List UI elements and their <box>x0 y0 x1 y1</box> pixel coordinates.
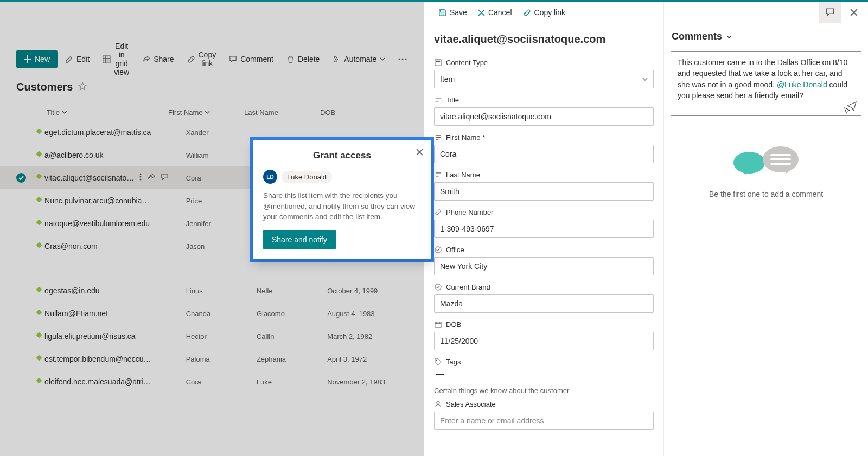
field-brand[interactable]: Mazda <box>434 294 654 313</box>
save-button[interactable]: Save <box>434 6 471 19</box>
comment-button[interactable]: Comment <box>224 50 279 68</box>
panel-close-button[interactable] <box>843 2 865 23</box>
row-lastname: Cailin <box>257 332 327 341</box>
favorite-star-icon[interactable] <box>78 82 87 92</box>
label-lastname: Last Name <box>434 171 654 179</box>
row-title: natoque@vestibulumlorem.edu <box>44 219 150 228</box>
dialog-footer: Share and notify <box>253 230 431 259</box>
column-headers: Title First Name Last Name DOB <box>0 104 424 121</box>
row-dob: April 3, 1972 <box>327 355 408 363</box>
empty-text: Be the first one to add a comment <box>709 190 823 198</box>
comments-heading[interactable]: Comments <box>664 23 868 48</box>
cancel-button[interactable]: Cancel <box>474 6 516 19</box>
row-lastname: Zephania <box>257 355 327 363</box>
col-header-lastname[interactable]: Last Name <box>244 108 320 117</box>
row-firstname: Jennifer <box>186 220 257 228</box>
row-firstname: Jason <box>186 242 257 251</box>
svg-point-2 <box>402 59 404 60</box>
svg-rect-0 <box>103 55 110 62</box>
table-row[interactable]: egestas@in.eduLinusNelleOctober 4, 1999 <box>0 279 424 302</box>
status-indicator-icon <box>36 128 42 134</box>
row-lastname: Giacomo <box>257 310 327 318</box>
panel-scroll[interactable]: vitae.aliquet@sociisnatoque.com Content … <box>424 23 663 456</box>
row-more-icon[interactable] <box>139 173 142 183</box>
field-lastname[interactable]: Smith <box>434 182 654 201</box>
field-content-type[interactable]: Item <box>434 70 654 88</box>
share-icon <box>142 55 150 63</box>
row-title: a@aclibero.co.uk <box>44 151 103 159</box>
label-firstname: First Name * <box>434 133 654 142</box>
row-share-icon[interactable] <box>147 173 155 183</box>
edit-button[interactable]: Edit <box>60 50 95 68</box>
choice-icon <box>434 246 442 253</box>
comment-label: Comment <box>240 55 273 63</box>
comment-mention[interactable]: @Luke Donald <box>777 80 827 89</box>
new-button[interactable]: New <box>16 50 58 68</box>
field-firstname[interactable]: Cora <box>434 145 654 163</box>
form-panel: Save Cancel Copy link vitae.aliquet@soci… <box>424 2 664 456</box>
close-icon <box>478 9 485 16</box>
row-firstname: Chanda <box>186 310 257 318</box>
panel-copylink-button[interactable]: Copy link <box>519 6 570 19</box>
copylink-button[interactable]: Copy link <box>182 46 222 72</box>
row-dob: November 2, 1983 <box>327 378 408 386</box>
field-phone[interactable]: 1-309-493-9697 <box>434 220 654 238</box>
comment-icon <box>229 55 237 63</box>
row-dob: March 2, 1982 <box>327 332 408 341</box>
svg-point-4 <box>140 174 142 175</box>
edit-grid-label: Edit in grid view <box>114 42 129 76</box>
share-button[interactable]: Share <box>137 50 179 68</box>
person-icon <box>434 401 442 408</box>
field-dob[interactable]: 11/25/2000 <box>434 332 654 350</box>
dialog-close-button[interactable] <box>416 148 423 158</box>
comments-top-bar <box>664 2 868 23</box>
toggle-comments-button[interactable] <box>819 2 841 23</box>
share-and-notify-button[interactable]: Share and notify <box>263 230 336 249</box>
field-tags-value: — <box>434 369 654 378</box>
field-title[interactable]: vitae.aliquet@sociisnatoque.com <box>434 107 654 126</box>
chevron-down-icon <box>642 75 648 84</box>
row-comment-icon[interactable] <box>161 173 169 183</box>
status-indicator-icon <box>36 151 42 157</box>
comments-panel: Comments This customer came in to the Da… <box>664 2 868 456</box>
dialog-body: Share this list item with the recipients… <box>253 190 431 230</box>
overflow-button[interactable] <box>393 54 412 65</box>
row-dob: August 4, 1983 <box>327 310 408 318</box>
svg-point-10 <box>435 284 441 290</box>
delete-button[interactable]: Delete <box>281 50 325 68</box>
table-row[interactable]: Nullam@Etiam.netChandaGiacomoAugust 4, 1… <box>0 302 424 325</box>
chevron-down-icon <box>726 31 732 42</box>
col-header-dob[interactable]: DOB <box>320 108 407 117</box>
svg-rect-11 <box>435 322 441 327</box>
svg-point-1 <box>399 59 400 60</box>
new-button-label: New <box>35 55 50 63</box>
dialog-title: Grant access <box>263 150 421 161</box>
link-icon <box>434 209 442 216</box>
row-firstname: Linus <box>186 287 257 295</box>
status-indicator-icon <box>36 242 42 248</box>
table-row[interactable]: est.tempor.bibendum@neccursusa.comPaloma… <box>0 348 424 370</box>
table-row[interactable]: ligula.elit.pretium@risus.caHectorCailin… <box>0 325 424 348</box>
status-indicator-icon <box>36 355 42 361</box>
cursor-icon <box>844 107 851 114</box>
tag-icon <box>434 358 442 365</box>
field-sales-associate[interactable]: Enter a name or email address <box>434 412 654 430</box>
automate-label: Automate <box>344 55 376 63</box>
svg-point-3 <box>405 59 407 60</box>
automate-button[interactable]: Automate <box>327 50 391 68</box>
svg-point-6 <box>140 179 142 181</box>
contenttype-icon <box>434 59 442 66</box>
svg-point-13 <box>436 401 439 404</box>
row-title: eget.dictum.placerat@mattis.ca <box>44 128 151 137</box>
label-office: Office <box>434 246 654 254</box>
calendar-icon <box>434 321 442 328</box>
field-office[interactable]: New York City <box>434 257 654 275</box>
comment-input[interactable]: This customer came in to the Dallas Offi… <box>671 51 861 116</box>
recipient-chip[interactable]: LD Luke Donald <box>263 170 421 184</box>
col-header-firstname[interactable]: First Name <box>168 108 244 117</box>
col-header-title[interactable]: Title <box>16 108 168 117</box>
table-row[interactable]: eleifend.nec.malesuada@atrisus.caCoraLuk… <box>0 370 424 393</box>
row-checkbox[interactable] <box>16 173 26 183</box>
row-dob: October 4, 1999 <box>327 287 408 295</box>
row-lastname: Nelle <box>257 287 327 295</box>
